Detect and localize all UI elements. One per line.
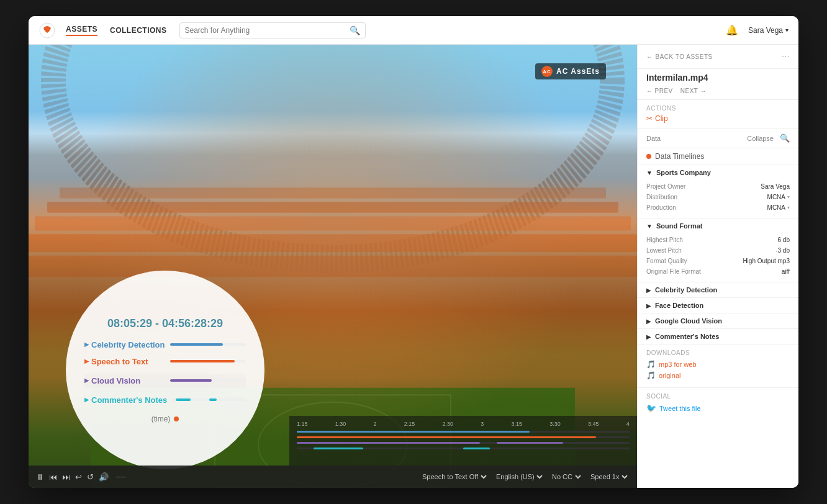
original-file-key: Original File Format — [646, 268, 701, 275]
commenters-bar-container — [172, 398, 246, 401]
ac-assets-text: AC AssEts — [556, 67, 600, 76]
tweet-link[interactable]: 🐦 Tweet this file — [646, 403, 790, 413]
cloud-vision-label: ▶ Cloud Vision — [84, 376, 165, 385]
svg-rect-4 — [47, 202, 618, 212]
download-mp3-link[interactable]: 🎵 mp3 for web — [646, 360, 790, 369]
speech-to-text-select[interactable]: Speech to Text Off — [420, 472, 489, 481]
prev-arrow-icon: ← — [646, 88, 653, 94]
prev-button[interactable]: ← PREV — [646, 88, 673, 94]
lowest-pitch-row: Lowest Pitch -3 db — [646, 245, 790, 256]
production-row: Production MCNA ▾ — [646, 202, 790, 213]
highest-pitch-val: 6 db — [778, 236, 790, 243]
time-range: 08:05:29 - 04:56:28:29 — [107, 317, 223, 330]
panel-header: ← BACK TO ASSETS ··· — [638, 45, 798, 69]
sound-format-arrow: ▼ — [646, 223, 653, 230]
main-area: AC AC AssEts 08:05:29 - 04:56:28:29 ▶ Ce… — [29, 45, 798, 488]
production-val[interactable]: MCNA ▾ — [767, 204, 790, 211]
lowest-pitch-key: Lowest Pitch — [646, 247, 682, 254]
distribution-dropdown-arrow: ▾ — [787, 194, 790, 200]
top-nav: ASSETS COLLECTIONS 🔍 🔔 Sara Vega ▾ — [29, 16, 798, 45]
collapse-button[interactable]: Collapse — [747, 135, 774, 142]
google-cloud-vision-section[interactable]: ▶ Google Cloud Vision — [638, 313, 798, 329]
search-bar[interactable]: 🔍 — [179, 22, 366, 38]
celebrity-detection-section[interactable]: ▶ Celebrity Detection — [638, 282, 798, 298]
chevron-down-icon: ▾ — [785, 27, 789, 34]
project-owner-key: Project Owner — [646, 183, 685, 190]
speed-select[interactable]: Speed 1x — [588, 472, 630, 481]
clip-button[interactable]: ✂ Clip — [646, 114, 790, 123]
video-area: AC AC AssEts 08:05:29 - 04:56:28:29 ▶ Ce… — [29, 45, 637, 488]
data-timelines-label: Data Timelines — [655, 152, 704, 161]
distribution-key: Distribution — [646, 194, 677, 200]
timeline-numbers: 1:15 1:30 2 2:15 2:30 3 3:15 3:30 3:45 4 — [297, 421, 630, 427]
file-name: Intermilan.mp4 — [638, 69, 798, 85]
speech-bar — [170, 360, 235, 362]
pause-icon[interactable]: ⏸ — [36, 472, 44, 482]
timeline-circle-overlay: 08:05:29 - 04:56:28:29 ▶ Celebrity Detec… — [66, 271, 264, 469]
commenters-notes-section[interactable]: ▶ Commenter's Notes — [638, 329, 798, 344]
celebrity-timeline-row: ▶ Celebrity Detection — [84, 340, 246, 349]
download-original-link[interactable]: 🎵 original — [646, 371, 790, 380]
face-detection-arrow: ▶ — [646, 302, 651, 309]
commenters-tl-track — [297, 448, 630, 449]
data-search-icon[interactable]: 🔍 — [780, 133, 790, 143]
sound-format-body: Highest Pitch 6 db Lowest Pitch -3 db Fo… — [638, 233, 798, 282]
next-arrow-icon: → — [700, 88, 707, 94]
loop-icon[interactable]: ↺ — [87, 472, 94, 482]
ac-assets-badge: AC AC AssEts — [535, 63, 606, 79]
format-quality-key: Format Quality — [646, 258, 687, 264]
celebrity-detection-title: Celebrity Detection — [655, 286, 717, 294]
actions-label: Actions — [646, 105, 790, 112]
nav-right: 🔔 Sara Vega ▾ — [726, 24, 789, 36]
speech-tl-fill — [297, 436, 596, 438]
sound-format-header[interactable]: ▼ Sound Format — [638, 218, 798, 233]
rewind-icon[interactable]: ⏮ — [49, 472, 57, 482]
back-to-assets-link[interactable]: ← BACK TO ASSETS — [646, 53, 713, 60]
nav-assets[interactable]: ASSETS — [66, 25, 97, 36]
user-menu[interactable]: Sara Vega ▾ — [748, 26, 789, 35]
more-options-icon[interactable]: ··· — [782, 51, 790, 62]
go-to-start-icon[interactable]: ↩ — [75, 472, 82, 482]
sound-format-section: ▼ Sound Format Highest Pitch 6 db Lowest… — [638, 218, 798, 282]
original-file-row: Original File Format aiff — [646, 266, 790, 277]
celebrity-arrow: ▶ — [84, 341, 89, 348]
search-icon: 🔍 — [350, 25, 360, 35]
format-quality-val: High Output mp3 — [743, 258, 790, 264]
language-select[interactable]: English (US) — [494, 472, 545, 481]
distribution-val[interactable]: MCNA ▾ — [767, 194, 790, 200]
highest-pitch-key: Highest Pitch — [646, 236, 683, 243]
commenters-arrow: ▶ — [84, 397, 89, 403]
commenters-tl-fill2 — [463, 448, 490, 449]
speech-bar-container — [170, 360, 246, 362]
downloads-title: Downloads — [646, 349, 790, 356]
search-input[interactable] — [185, 26, 350, 35]
cloud-tl-track — [297, 442, 630, 444]
distribution-row: Distribution MCNA ▾ — [646, 192, 790, 202]
time-dot — [174, 416, 179, 421]
ctrl-separator: — — [116, 471, 126, 482]
volume-icon[interactable]: 🔊 — [99, 472, 109, 482]
cloud-bar — [170, 379, 212, 382]
cc-select[interactable]: No CC — [549, 472, 583, 481]
format-quality-row: Format Quality High Output mp3 — [646, 256, 790, 266]
google-cloud-vision-title: Google Cloud Vision — [655, 317, 722, 325]
bell-icon[interactable]: 🔔 — [726, 24, 738, 36]
sports-company-header[interactable]: ▼ Sports Company — [638, 165, 798, 180]
app-window: ASSETS COLLECTIONS 🔍 🔔 Sara Vega ▾ — [29, 16, 798, 488]
next-button[interactable]: NEXT → — [680, 88, 707, 94]
cloud-vision-timeline-row: ▶ Cloud Vision — [84, 374, 246, 388]
sports-company-title: Sports Company — [656, 169, 711, 176]
svg-rect-3 — [60, 187, 606, 198]
fast-forward-icon[interactable]: ⏭ — [62, 472, 70, 482]
prev-next-nav: ← PREV NEXT → — [638, 85, 798, 100]
sports-company-section: ▼ Sports Company Project Owner Sara Vega… — [638, 165, 798, 218]
sound-format-title: Sound Format — [656, 222, 703, 230]
ac-logo: AC — [541, 66, 553, 77]
time-dot-row: (time) — [151, 415, 179, 423]
celebrity-bar-container — [170, 343, 246, 346]
face-detection-section[interactable]: ▶ Face Detection — [638, 298, 798, 313]
social-title: Social — [646, 393, 790, 400]
nav-collections[interactable]: COLLECTIONS — [110, 26, 167, 35]
cloud-tl-fill — [297, 442, 480, 444]
celebrity-bar — [170, 343, 223, 346]
